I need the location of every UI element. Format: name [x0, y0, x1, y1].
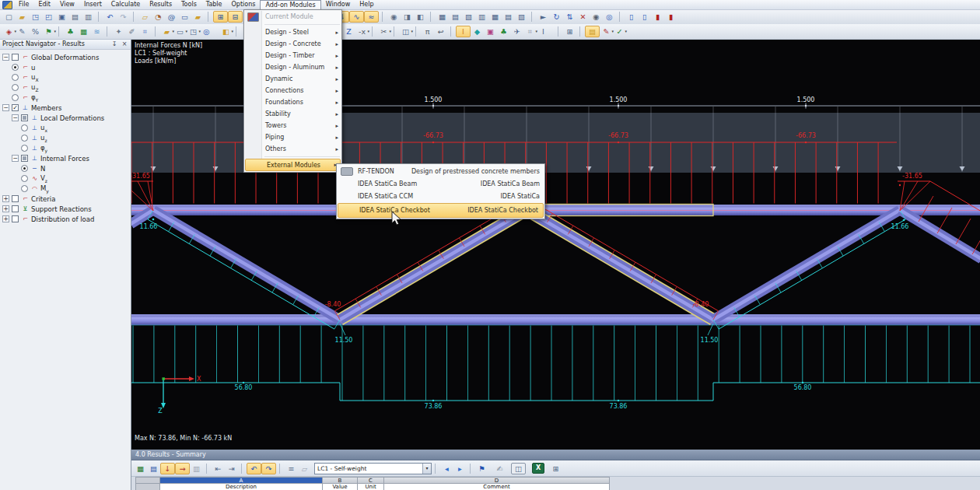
icon-plane[interactable]: ✈	[510, 26, 523, 37]
checkbox[interactable]: ✓	[12, 104, 19, 111]
icon-clip-right[interactable]: ◧	[414, 11, 427, 23]
collapse-icon[interactable]: −	[12, 114, 19, 121]
icon-display-props[interactable]: ◳▾	[187, 26, 200, 37]
icon-chart-box[interactable]: ◫	[511, 463, 526, 474]
icon-node-tool[interactable]: ◈▾	[2, 26, 16, 37]
tree-item-members[interactable]: −✓⊥Members	[0, 103, 131, 113]
icon-excel[interactable]: X	[532, 463, 544, 474]
checkbox[interactable]	[12, 195, 19, 202]
icon-undo[interactable]: ↶	[103, 11, 117, 23]
icon-table-7[interactable]: ▧	[515, 11, 528, 23]
icon-mesh[interactable]: ▦	[77, 26, 90, 37]
icon-rows[interactable]: ≡	[285, 463, 298, 474]
icon-col-left[interactable]: ⇤	[212, 463, 225, 474]
icon-print[interactable]: ▤	[68, 11, 82, 23]
icon-rotate-view[interactable]: ↻	[550, 11, 563, 23]
menu-item-external-modules[interactable]: External Modules▸	[245, 159, 341, 171]
icon-history[interactable]: ◔	[152, 11, 165, 23]
tree-item-criteria[interactable]: +⌐Criteria	[0, 194, 131, 204]
column-label-comment[interactable]: Comment	[384, 484, 610, 490]
icon-undo-table[interactable]: ↶	[247, 463, 261, 474]
icon-delete[interactable]: ✕	[576, 11, 590, 23]
icon-table-off[interactable]: ▥	[190, 463, 203, 474]
icon-member-beam[interactable]: Ⅰ	[456, 26, 471, 37]
tree-item-vz[interactable]: ∿Vz	[0, 173, 131, 184]
submenu-item-idea-statica-checkbot[interactable]: IDEA StatiCa CheckbotIDEA StatiCa Checkb…	[338, 203, 544, 217]
tree-item-n[interactable]: ─N	[0, 163, 131, 173]
icon-redo-table[interactable]: ↷	[261, 463, 276, 474]
menu-tools[interactable]: Tools	[177, 0, 201, 9]
expand-icon[interactable]: +	[2, 205, 9, 212]
icon-cube-colors[interactable]: ▣	[484, 26, 497, 37]
icon-check-settings[interactable]: ✓▾	[613, 26, 626, 37]
icon-table-import[interactable]: ▤	[147, 463, 160, 474]
icon-layers[interactable]: ▰	[191, 11, 205, 23]
icon-monitor-1[interactable]: ▯	[625, 11, 638, 23]
menu-item-piping[interactable]: Piping▸	[244, 131, 341, 143]
icon-flag-tool[interactable]: ⚑▾	[42, 26, 55, 37]
icon-grid[interactable]: ⌗	[138, 26, 152, 37]
tree-item-ux[interactable]: ⊥ux	[0, 123, 131, 133]
icon-show-results[interactable]: ≈	[364, 11, 379, 23]
tree-item-uz[interactable]: ⌐uZ	[0, 82, 131, 93]
icon-pen-snap[interactable]: ✐	[125, 26, 138, 37]
tree-item-my[interactable]: ◠My	[0, 184, 131, 194]
menu-file[interactable]: File	[14, 0, 33, 9]
checkbox[interactable]	[21, 114, 28, 121]
tree-item-distribution-of-load[interactable]: +⌐Distribution of load	[0, 214, 131, 224]
submenu-item-idea-statica-ccm[interactable]: IDEA StatiCa CCMIDEA StatiCa	[337, 191, 544, 203]
column-label-value[interactable]: Value	[323, 484, 358, 490]
icon-mirror[interactable]: ⇅	[563, 11, 576, 23]
icon-block[interactable]: ▭▾	[173, 26, 187, 37]
radio-button[interactable]	[21, 145, 28, 152]
table-corner-cell[interactable]	[135, 477, 160, 484]
icon-back[interactable]: ↩	[434, 26, 447, 37]
chevron-down-icon[interactable]: ▾	[422, 464, 431, 474]
radio-button[interactable]	[21, 185, 28, 192]
tree-item-uz[interactable]: ⊥uz	[0, 133, 131, 143]
table-row-header[interactable]	[135, 484, 160, 490]
checkbox[interactable]	[12, 54, 19, 61]
icon-table-down[interactable]: ↓	[160, 463, 175, 474]
icon-axis-z[interactable]: Z	[342, 26, 355, 37]
column-header-c[interactable]: C	[358, 477, 384, 484]
collapse-icon[interactable]: −	[2, 104, 9, 111]
icon-prev-case[interactable]: ◂	[440, 463, 453, 474]
radio-button[interactable]	[12, 84, 19, 91]
icon-cut[interactable]: ✂▾	[377, 26, 390, 37]
tree-item-ux[interactable]: ⌐uX	[0, 72, 131, 82]
menu-item-dynamic[interactable]: Dynamic▸	[244, 73, 341, 85]
submenu-item-idea-statica-beam[interactable]: IDEA StatiCa BeamIDEA StatiCa Beam	[337, 177, 544, 190]
radio-button[interactable]	[21, 124, 28, 131]
icon-select-arrow[interactable]: ►	[537, 11, 550, 23]
icon-filter[interactable]: ⚑	[475, 463, 488, 474]
tree-item-local-deformations[interactable]: −⊥Local Deformations	[0, 113, 131, 123]
expand-icon[interactable]: +	[2, 215, 9, 222]
column-label-description[interactable]: Description	[160, 484, 323, 490]
menu-item-foundations[interactable]: Foundations▸	[244, 96, 341, 108]
loadcase-combo[interactable]: LC1 - Self-weight▾	[314, 463, 432, 474]
radio-button[interactable]	[12, 94, 19, 101]
submenu-item-rf-tendon[interactable]: RF-TENDONDesign of prestressed concrete …	[337, 165, 544, 177]
icon-visibility[interactable]: ◉	[387, 11, 401, 23]
icon-redo[interactable]: ↷	[117, 11, 130, 23]
icon-table-split[interactable]: ⊟	[228, 11, 243, 23]
icon-table-next[interactable]: →	[175, 463, 190, 474]
icon-show-values[interactable]: ∿	[349, 11, 364, 23]
icon-table-3[interactable]: ▧	[462, 11, 475, 23]
icon-pen-color[interactable]: ✎▾	[600, 26, 613, 37]
icon-table-4[interactable]: ▥	[475, 11, 488, 23]
tree-item-u[interactable]: ⌐u	[0, 62, 131, 72]
menu-results[interactable]: Results	[145, 0, 177, 9]
menu-table[interactable]: Table	[201, 0, 227, 9]
icon-table-view[interactable]: ⊞	[213, 11, 228, 23]
checkbox[interactable]	[21, 155, 28, 162]
icon-sphere[interactable]: ◎	[200, 26, 213, 37]
icon-table-6[interactable]: ▤	[502, 11, 515, 23]
icon-clip-left[interactable]: ◨	[401, 11, 414, 23]
close-icon[interactable]: ×	[121, 40, 128, 47]
tree-item-internal-forces[interactable]: −⊥Internal Forces	[0, 153, 131, 163]
icon-pdf-print-1[interactable]: ▮	[651, 11, 664, 23]
icon-save[interactable]: ▣	[55, 11, 68, 23]
menu-help[interactable]: Help	[355, 0, 378, 9]
